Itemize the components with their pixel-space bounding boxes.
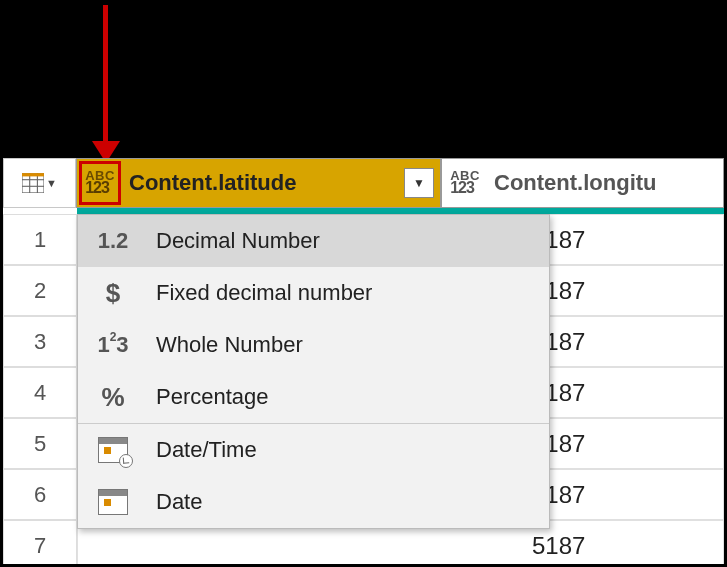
any-type-icon: ABC 123 [85,171,115,194]
chevron-down-icon: ▼ [46,177,57,189]
annotation-arrow-line [103,5,108,145]
row-number[interactable]: 6 [3,469,77,520]
select-all-corner[interactable]: ▼ [3,158,76,208]
menu-item-fixed-decimal[interactable]: $ Fixed decimal number [78,267,549,319]
menu-item-date[interactable]: Date [78,476,549,528]
percent-icon: % [92,382,134,413]
row-number[interactable]: 5 [3,418,77,469]
column-filter-button[interactable]: ▼ [404,168,434,198]
chevron-down-icon: ▼ [413,176,425,190]
decimal-icon: 1.2 [92,228,134,254]
menu-item-date-time[interactable]: Date/Time [78,424,549,476]
row-number[interactable]: 2 [3,265,77,316]
menu-label: Date/Time [156,437,535,463]
row-number[interactable]: 3 [3,316,77,367]
row-number[interactable]: 7 [3,520,77,567]
data-type-dropdown: 1.2 Decimal Number $ Fixed decimal numbe… [77,214,550,529]
redacted-top-area [3,3,724,158]
menu-label: Date [156,489,535,515]
menu-label: Whole Number [156,332,535,358]
menu-item-decimal-number[interactable]: 1.2 Decimal Number [78,215,549,267]
data-type-button[interactable]: ABC 123 [446,163,484,203]
row-number[interactable]: 1 [3,214,77,265]
svg-rect-5 [22,173,44,176]
date-icon [92,489,134,515]
menu-item-percentage[interactable]: % Percentage [78,371,549,423]
currency-icon: $ [92,278,134,309]
column-header-latitude[interactable]: ABC 123 Content.latitude ▼ [76,158,441,208]
any-type-icon: ABC 123 [450,171,480,194]
menu-item-whole-number[interactable]: 123 Whole Number [78,319,549,371]
column-header-longitude[interactable]: ABC 123 Content.longitu [441,158,724,208]
whole-number-icon: 123 [92,332,134,358]
column-name: Content.longitu [494,170,657,196]
menu-label: Fixed decimal number [156,280,535,306]
column-name: Content.latitude [129,170,296,196]
screenshot-root: ▼ ABC 123 Content.latitude ▼ ABC [0,0,727,567]
data-type-button[interactable]: ABC 123 [81,163,119,203]
table-icon [22,173,44,193]
datetime-icon [92,437,134,463]
menu-label: Decimal Number [156,228,535,254]
row-number[interactable]: 4 [3,367,77,418]
menu-label: Percentage [156,384,535,410]
header-row: ▼ ABC 123 Content.latitude ▼ ABC [3,158,724,208]
